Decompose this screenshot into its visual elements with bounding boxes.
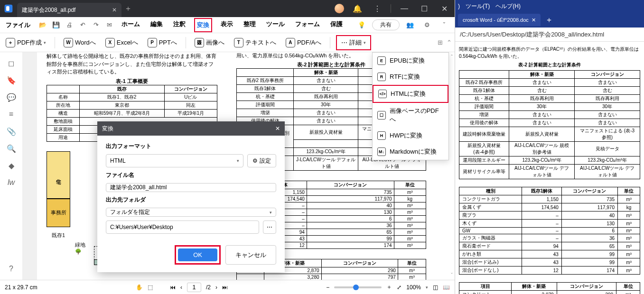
- new-tab-button[interactable]: ＋: [121, 2, 135, 15]
- word-tab[interactable]: crosoft Word - úÉf^2008.doc ✕: [458, 14, 541, 26]
- search-icon[interactable]: 🔍: [6, 143, 17, 154]
- tab-protect[interactable]: 保護: [328, 18, 345, 32]
- word-tab-close-icon[interactable]: ✕: [532, 17, 536, 23]
- signature-icon[interactable]: lw: [6, 177, 17, 188]
- zoom-slider[interactable]: [334, 286, 382, 288]
- filename-label: ファイル名: [106, 171, 276, 179]
- view-mode-icon[interactable]: ◫: [433, 284, 438, 291]
- cancel-button[interactable]: キャンセル: [225, 245, 276, 265]
- folder-select[interactable]: フォルダを指定▾: [106, 208, 276, 217]
- scroll-down-icon[interactable]: ˇ: [451, 272, 453, 278]
- word-menu-tools[interactable]: ツール(T): [466, 2, 490, 10]
- scroll-up-icon[interactable]: ˆ: [451, 54, 453, 60]
- stack-icon[interactable]: ◆: [6, 160, 17, 171]
- comment-icon[interactable]: 💬: [6, 92, 17, 102]
- menu-bar: ファイル 📂 💾 🖨 ↶ ↷ ✉ ホーム 編集 注釈 変換 表示 整理 ツール …: [0, 17, 455, 33]
- dropdown-rtf[interactable]: RRTFに変換: [373, 69, 448, 85]
- dropdown-image-pdf[interactable]: ☐画像ベースのPDFへ: [373, 103, 448, 128]
- folder-path-input[interactable]: C:¥Users¥User¥Desktop: [106, 220, 259, 234]
- tab-annotate[interactable]: 注釈: [171, 18, 187, 32]
- browse-button[interactable]: ⋯: [263, 220, 276, 234]
- tab-form[interactable]: フォーム: [293, 18, 322, 32]
- zoom-in-icon[interactable]: ＋: [386, 283, 392, 291]
- word-content[interactable]: 間果近辺に建つ同規模事務所のデータ（ELPAC¹²）の分析結果を用い、電力原単位…: [455, 42, 644, 294]
- dialog-title: 変換: [102, 125, 113, 133]
- minimize-icon[interactable]: ―: [398, 2, 411, 15]
- close-tab-icon[interactable]: ✕: [112, 7, 117, 13]
- ribbon-collapse-icon[interactable]: ⌃: [447, 39, 452, 46]
- gear-icon[interactable]: ⚙: [420, 18, 434, 32]
- dialog-close-icon[interactable]: ✕: [275, 125, 280, 132]
- page-dimensions: 21 x 29.7 cm: [5, 284, 37, 291]
- layers-icon[interactable]: ≡: [6, 109, 17, 119]
- detail-button[interactable]: ⋯詳細▾: [337, 37, 370, 49]
- save-icon[interactable]: 💾: [49, 18, 63, 32]
- maximize-icon[interactable]: ☐: [418, 2, 431, 15]
- format-select[interactable]: HTML▾: [106, 154, 243, 167]
- dropdown-hwp[interactable]: HHWPに変換: [373, 128, 448, 144]
- mail-icon[interactable]: ✉: [103, 18, 116, 32]
- first-page-icon[interactable]: ⏮: [170, 284, 176, 291]
- svg-rect-1: [6, 6, 9, 11]
- tab-organize[interactable]: 整理: [242, 18, 258, 32]
- tab-tools[interactable]: ツール: [264, 18, 287, 32]
- bulb-icon[interactable]: 💡: [355, 18, 368, 32]
- next-page-icon[interactable]: ›: [215, 284, 217, 291]
- cloud-icon[interactable]: 👥: [403, 18, 417, 32]
- to-word-button[interactable]: WWordへ: [61, 36, 99, 49]
- page-input[interactable]: [187, 283, 201, 292]
- zoom-out-icon[interactable]: −: [326, 284, 329, 291]
- open-icon[interactable]: 📂: [36, 18, 49, 32]
- to-text-button[interactable]: Tテキストへ: [231, 36, 279, 49]
- hand-tool-icon[interactable]: ✋: [136, 284, 143, 291]
- dialog-titlebar[interactable]: 変換 ✕: [97, 121, 285, 136]
- word-menu-help[interactable]: ヘルプ(H): [495, 2, 521, 10]
- menu-file[interactable]: ファイル: [0, 21, 36, 29]
- tab-edit[interactable]: 編集: [149, 18, 165, 32]
- share-button[interactable]: 共有: [372, 19, 400, 30]
- to-ppt-button[interactable]: PPPTへ: [145, 36, 180, 49]
- tab-home[interactable]: ホーム: [120, 18, 142, 32]
- dropdown-html[interactable]: </>HTMLに変換: [373, 86, 448, 102]
- user-avatar[interactable]: [335, 4, 344, 13]
- close-window-icon[interactable]: ✕: [438, 2, 451, 15]
- undo-icon[interactable]: ↶: [76, 18, 89, 32]
- settings-button[interactable]: ⚙設定: [247, 154, 276, 167]
- to-pdfa-button[interactable]: APDF/Aへ: [283, 36, 324, 49]
- word-new-tab[interactable]: ＋: [543, 14, 555, 26]
- ok-button[interactable]: OK: [178, 248, 217, 261]
- to-image-button[interactable]: 🖼画像へ: [192, 36, 227, 49]
- batch-icon[interactable]: ⊞: [438, 39, 443, 46]
- zoom-value[interactable]: 100%: [406, 284, 421, 291]
- thumbnail-icon[interactable]: ◻: [6, 58, 17, 68]
- titlebar: 建築学会2008_all.pdf ✕ ＋ 🔔 ⋮ ― ☐ ✕: [0, 0, 455, 17]
- collapse-ribbon-icon[interactable]: ˇ: [438, 18, 451, 32]
- select-tool-icon[interactable]: ⬚: [148, 284, 153, 291]
- print-icon[interactable]: 🖨: [63, 18, 76, 32]
- document-tab[interactable]: 建築学会2008_all.pdf ✕: [17, 3, 121, 17]
- gear-icon: ⚙: [252, 157, 258, 164]
- fit-icon[interactable]: ⤢: [397, 284, 401, 291]
- status-bar: 21 x 29.7 cm ✋ ⬚ ⏮ ‹ /2 › ⏭ − ＋ ⤢ 100%▾ …: [0, 280, 455, 294]
- prev-page-icon[interactable]: ‹: [180, 284, 182, 291]
- tab-view[interactable]: 表示: [219, 18, 235, 32]
- convert-dialog: 変換 ✕ 出力フォーマット HTML▾ ⚙設定 ファイル名 建築学会2008_a…: [97, 121, 285, 272]
- notify-icon[interactable]: 🔔: [351, 2, 364, 15]
- bookmark-icon[interactable]: 🔖: [6, 75, 17, 85]
- redo-icon[interactable]: ↷: [89, 18, 103, 32]
- last-page-icon[interactable]: ⏭: [222, 284, 228, 291]
- to-excel-button[interactable]: XExcelへ: [103, 36, 141, 49]
- dropdown-markdown[interactable]: M↓Markdownに変換: [373, 144, 448, 160]
- format-label: 出力フォーマット: [106, 142, 276, 150]
- ribbon: ＋PDF作成▾ WWordへ XExcelへ PPPTへ 🖼画像へ Tテキストへ…: [0, 33, 455, 52]
- word-address-bar[interactable]: /C:/Users/User/Desktop/建築学会2008_all/inde…: [455, 28, 644, 42]
- pdf-create-button[interactable]: ＋PDF作成▾: [3, 36, 49, 49]
- dropdown-epub[interactable]: EEPUBに変換: [373, 53, 448, 69]
- tab-title: 建築学会2008_all.pdf: [22, 6, 75, 14]
- kebab-icon[interactable]: ⋮: [371, 2, 384, 15]
- help-icon[interactable]: ?: [6, 264, 17, 274]
- tab-convert[interactable]: 変換: [194, 18, 212, 32]
- reading-mode-icon[interactable]: 📖: [443, 284, 450, 291]
- filename-input[interactable]: 建築学会2008_all.html: [106, 183, 276, 192]
- attachment-icon[interactable]: 📎: [6, 126, 17, 137]
